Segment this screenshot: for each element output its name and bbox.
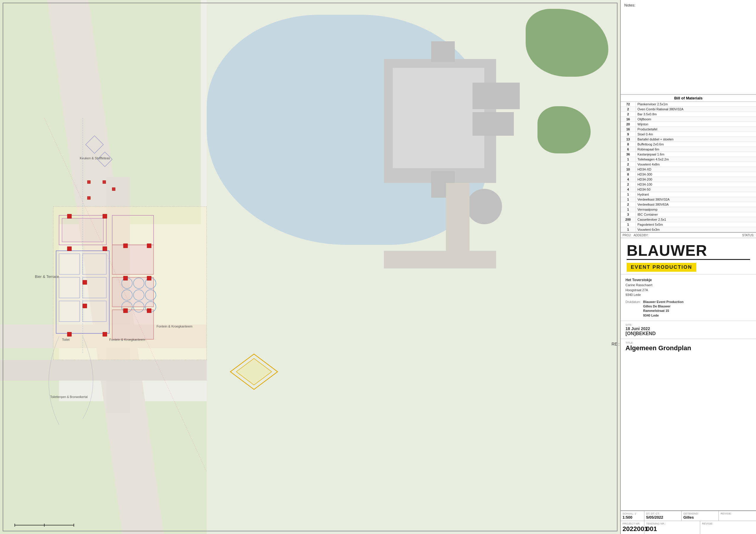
meta-revision: REVISIE: [719,511,756,521]
map-label-keuken: Keuken & Stuffleteas [80,156,110,160]
bom-row: 2Bar 3.5x0.8m [621,112,756,117]
event-area [53,207,207,360]
drawingby-company: Blauwer Event Production [643,300,684,304]
bom-qty: 13 [621,137,635,142]
client-info: Het Toverstokje Carine Rasschaert Hoogst… [621,274,756,321]
bom-item-name: Wijnton [635,122,756,127]
bom-row: 13Bartafel dubbel + stoelen [621,137,756,142]
drawingby-info: Blauwer Event Production Gilles De Blauw… [643,300,684,318]
site-date: 18 Juni 2022 [626,326,751,331]
project-value: 2022001 [623,525,642,533]
bom-qty: 1 [621,157,635,162]
bom-qty: 2 [621,107,635,112]
drawing-value: 001 [646,525,698,533]
meta-proj: PROJ: [623,234,631,237]
bom-item-name: Vermaalpomp [635,207,756,212]
bom-row: 200Cassettevloer 2.5x1 [621,217,756,222]
site-location: [ON]BEKEND [626,331,751,336]
bom-row: 8HD34-300 [621,172,756,177]
bom-item-name: Plankenvloer 2.5x1m [635,102,756,107]
logo-blauwer: BLAUWER [627,243,707,258]
revision-label: REVISIE: [720,512,754,515]
logo-area: BLAUWER EVENT PRODUCTION [621,238,756,274]
bom-row: 2Vouwtent 4x8m [621,162,756,167]
bom-row: 2Verdeelkast 380V63A [621,202,756,207]
bottom-meta: SCHAAL: 1' 1:500 DT. DT. CT.: 5/05/2022 … [621,510,756,534]
bom-item-name: Kastanjepaal 1.6m [635,152,756,157]
bom-section: Bill of Materials 72Plankenvloer 2.5x1m2… [621,94,756,233]
bom-item-name: Cassettevloer 2.5x1 [635,217,756,222]
date-label: DT. DT. CT.: [646,512,680,515]
notes-area: Notes: [621,0,756,94]
bom-qty: 8 [621,142,635,147]
bom-row: 1Toiletwagen 4.5x2.2m [621,157,756,162]
bom-qty: 10 [621,167,635,172]
drawingby-person: Gilles De Blauwer [643,304,684,309]
client-street: Hoogstraat 27A [626,288,751,293]
bom-qty: 6 [621,147,635,152]
bom-qty: 2 [621,202,635,207]
meta-addedby: ADDEDBY: [634,234,649,237]
bom-row: 1Hydrant [621,192,756,197]
building-round [467,189,502,224]
meta-status: STATUS: [742,234,754,237]
revision2-label: REVISIE: [702,522,754,525]
logo-event-production: EVENT PRODUCTION [627,263,696,272]
meta-project: PROJECT NR: 2022001 [621,521,644,534]
bom-row: 8Buffettoog 2x0.6m [621,142,756,147]
bom-item-name: Bar 3.5x0.8m [635,112,756,117]
title-label: TITLE: [626,341,751,344]
bom-qty: 8 [621,172,635,177]
map-label-bar: Bier & Terrace [35,274,59,279]
drawing-label: TEKENING NR.: [646,522,698,525]
bom-row: 3IBC Container [621,212,756,217]
bom-qty: 4 [621,187,635,192]
bottom-meta-row2: PROJECT NR: 2022001 TEKENING NR.: 001 RE… [621,521,756,534]
client-city: 9340 Lede [626,292,751,297]
bom-qty: 16 [621,127,635,132]
scale-value: 1:500 [623,515,642,520]
bom-row: 2Oven Combi Rational 380V/32A [621,107,756,112]
notes-label: Notes: [624,3,635,7]
site-label: SITE: [626,323,751,326]
bom-item-name: Buffettoog 2x0.6m [635,142,756,147]
bom-row: 10HD34-XD [621,167,756,172]
date-value: 5/05/2022 [646,515,680,520]
bom-qty: 36 [621,152,635,157]
bom-row: 16Olijfboom [621,117,756,122]
bom-qty: 4 [621,177,635,182]
bom-row: 36Kastanjepaal 1.6m [621,152,756,157]
bom-qty: 2 [621,112,635,117]
bom-row: 1Vouwtent 6x3m [621,227,756,232]
bom-item-name: Oven Combi Rational 380V/32A [635,107,756,112]
drawing-main-title: Algemeen Grondplan [626,344,751,352]
bom-item-name: Toiletwagen 4.5x2.2m [635,157,756,162]
bottom-meta-row1: SCHAAL: 1' 1:500 DT. DT. CT.: 5/05/2022 … [621,511,756,521]
drawingby-label: Drukdatum: [626,300,641,304]
bom-item-name: Bartafel dubbel + stoelen [635,137,756,142]
bom-row: 72Plankenvloer 2.5x1m [621,102,756,107]
bom-item-name: HD34-300 [635,172,756,177]
bom-row: 20Wijnton [621,122,756,127]
bom-item-name: HD34-200 [635,177,756,182]
meta-drawn: GETEKEND: Gilles [682,511,719,521]
bom-qty: 16 [621,117,635,122]
bom-row: 1Pagodetent 5x5m [621,222,756,227]
bom-row: 4HD34-50 [621,187,756,192]
meta-scale: SCHAAL: 1' 1:500 [621,511,644,521]
bom-qty: 20 [621,122,635,127]
map-label-fontein: Fontein & Kroegkanteem [109,338,145,341]
title-block: Notes: Bill of Materials 72Plankenvloer … [620,0,756,534]
bom-title: Bill of Materials [621,95,756,102]
bom-item-name: IBC Container [635,212,756,217]
bom-item-name: Productietafel [635,127,756,132]
bom-qty: 2 [621,162,635,167]
building-road-h [384,251,496,268]
drawing-title-block: TITLE: Algemeen Grondplan [621,339,756,354]
bom-row: 16Productietafel [621,127,756,132]
bom-item-name: Olijfboom [635,117,756,122]
map-label-fontein2: Fontein & Kroegkanteem [156,324,193,328]
bom-item-name: Vouwtent 6x3m [635,227,756,232]
bom-qty: 1 [621,197,635,202]
logo-underline [627,259,750,260]
